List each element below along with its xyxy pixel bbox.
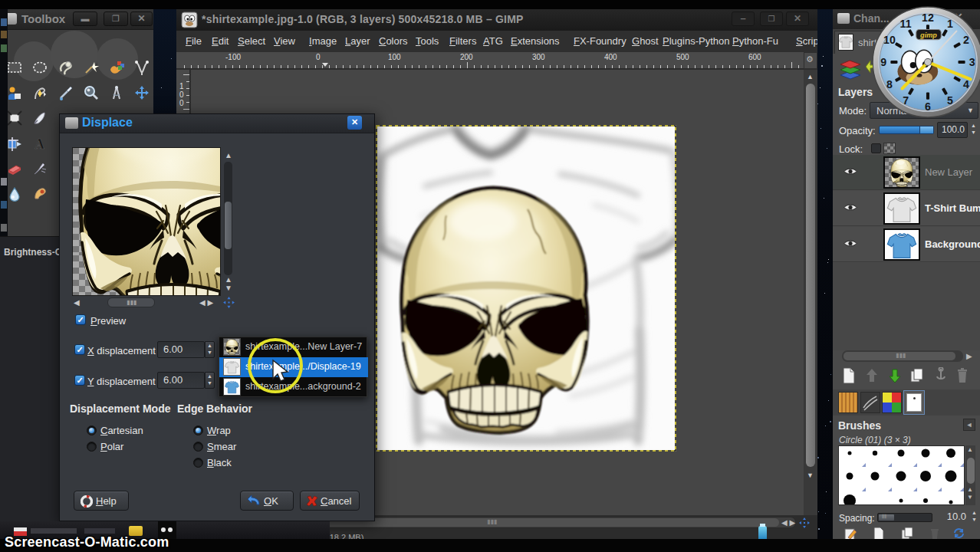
svg-text:gimp: gimp — [919, 31, 937, 39]
svg-text:3: 3 — [969, 56, 975, 68]
svg-text:10: 10 — [883, 34, 896, 46]
svg-text:2: 2 — [963, 34, 969, 46]
svg-text:8: 8 — [886, 78, 893, 90]
svg-text:11: 11 — [900, 18, 912, 30]
svg-text:5: 5 — [947, 94, 953, 107]
svg-text:12: 12 — [922, 12, 934, 24]
svg-text:7: 7 — [903, 94, 909, 107]
svg-text:1: 1 — [947, 18, 953, 30]
svg-text:6: 6 — [925, 100, 931, 113]
svg-text:A: A — [35, 136, 44, 152]
svg-text:9: 9 — [880, 56, 886, 68]
